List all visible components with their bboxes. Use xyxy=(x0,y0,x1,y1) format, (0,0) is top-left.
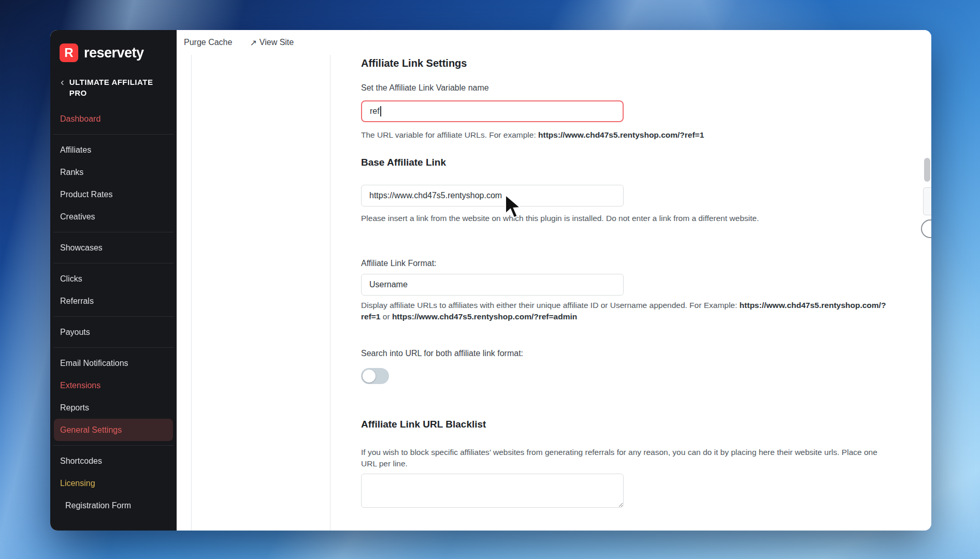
main-region: Purge Cache ↗ View Site Affiliate Link S… xyxy=(177,30,931,531)
external-link-icon: ↗ xyxy=(250,38,256,48)
help-text: Display affiliate URLs to affiliates wit… xyxy=(361,301,740,310)
sidebar-item-clicks[interactable]: Clicks xyxy=(50,268,177,290)
blacklist-help: If you wish to block specific affiliates… xyxy=(361,447,895,469)
collapse-chevron-icon[interactable]: ‹ xyxy=(61,77,64,87)
link-format-value: Username xyxy=(369,280,408,289)
sidebar-item-extensions[interactable]: Extensions xyxy=(50,374,177,396)
variable-name-help: The URL variable for affiliate URLs. For… xyxy=(361,129,895,141)
toggle-knob xyxy=(363,370,376,383)
blacklist-title: Affiliate Link URL Blacklist xyxy=(361,418,895,430)
brand: R reservety xyxy=(50,30,177,62)
sidebar-item-general-settings[interactable]: General Settings xyxy=(54,419,173,441)
view-site-link[interactable]: ↗ View Site xyxy=(250,38,294,48)
example-url: https://www.chd47s5.rentyshop.com/?ref=1 xyxy=(538,130,704,139)
sidebar-menu: Dashboard Affiliates Ranks Product Rates… xyxy=(50,108,177,517)
sidebar-item-ranks[interactable]: Ranks xyxy=(50,161,177,183)
help-text: The URL variable for affiliate URLs. For… xyxy=(361,130,538,139)
sidebar-item-dashboard[interactable]: Dashboard xyxy=(50,108,177,130)
sidebar-item-licensing[interactable]: Licensing xyxy=(50,472,177,494)
sidebar-item-product-rates[interactable]: Product Rates xyxy=(50,183,177,205)
menu-divider xyxy=(53,445,174,446)
view-site-label: View Site xyxy=(260,38,294,47)
sidebar-item-registration-form[interactable]: Registration Form xyxy=(50,494,177,517)
scroll-widget[interactable] xyxy=(923,187,931,215)
text-caret xyxy=(380,106,381,116)
settings-form: Affiliate Link Settings Set the Affiliat… xyxy=(361,57,895,510)
link-format-select[interactable]: Username xyxy=(361,274,624,296)
variable-name-value: ref xyxy=(370,107,380,116)
link-format-help: Display affiliate URLs to affiliates wit… xyxy=(361,300,895,322)
menu-divider xyxy=(53,134,174,135)
blacklist-textarea[interactable] xyxy=(361,474,624,508)
base-link-title: Base Affiliate Link xyxy=(361,156,895,168)
base-link-help: Please insert a link from the website on… xyxy=(361,213,895,224)
settings-subpanel xyxy=(191,55,330,531)
content-area: Affiliate Link Settings Set the Affiliat… xyxy=(177,55,931,531)
reservety-logo-icon: R xyxy=(60,43,78,62)
sidebar-item-payouts[interactable]: Payouts xyxy=(50,321,177,343)
menu-divider xyxy=(53,263,174,263)
page-title: Affiliate Link Settings xyxy=(361,57,895,69)
scrollbar-thumb[interactable] xyxy=(924,158,930,182)
sidebar-item-shortcodes[interactable]: Shortcodes xyxy=(50,450,177,472)
sidebar: R reservety ‹ ULTIMATE AFFILIATE PRO Das… xyxy=(50,30,177,531)
sidebar-item-creatives[interactable]: Creatives xyxy=(50,205,177,228)
menu-divider xyxy=(53,316,174,317)
admin-topbar: Purge Cache ↗ View Site xyxy=(177,30,931,55)
example-url: https://www.chd47s5.rentyshop.com/?ref=a… xyxy=(392,312,577,321)
plugin-title-row: ‹ ULTIMATE AFFILIATE PRO xyxy=(50,62,177,98)
variable-name-input[interactable]: ref xyxy=(361,100,624,122)
base-link-value: https://www.chd47s5.rentyshop.com xyxy=(369,191,502,200)
sidebar-item-reports[interactable]: Reports xyxy=(50,396,177,419)
sidebar-item-referrals[interactable]: Referrals xyxy=(50,290,177,312)
plugin-title: ULTIMATE AFFILIATE PRO xyxy=(69,77,167,98)
app-window: R reservety ‹ ULTIMATE AFFILIATE PRO Das… xyxy=(50,30,931,531)
link-format-label: Affiliate Link Format: xyxy=(361,258,895,269)
search-url-label: Search into URL for both affiliate link … xyxy=(361,348,895,359)
variable-name-label: Set the Affiliate Link Variable name xyxy=(361,83,895,93)
search-url-toggle[interactable] xyxy=(361,368,389,384)
menu-divider xyxy=(53,232,174,232)
sidebar-item-email-notifications[interactable]: Email Notifications xyxy=(50,352,177,374)
sidebar-item-affiliates[interactable]: Affiliates xyxy=(50,139,177,161)
sidebar-item-showcases[interactable]: Showcases xyxy=(50,237,177,259)
base-link-input[interactable]: https://www.chd47s5.rentyshop.com xyxy=(361,185,624,207)
brand-name: reservety xyxy=(84,45,144,61)
menu-divider xyxy=(53,347,174,348)
help-text: or xyxy=(381,312,392,321)
purge-cache-button[interactable]: Purge Cache xyxy=(184,38,232,47)
